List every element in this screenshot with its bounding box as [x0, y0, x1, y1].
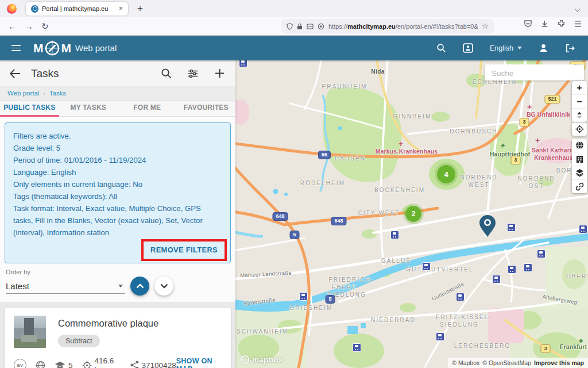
- station-icon: [436, 332, 444, 341]
- exact-value-badge: EV: [14, 359, 26, 368]
- buildings-button[interactable]: [572, 152, 587, 166]
- language-label: English: [490, 44, 513, 52]
- account-icon[interactable]: [539, 43, 548, 53]
- browser-tab-bar: Portal | mathcitymap.eu × +: [0, 0, 588, 17]
- search-icon[interactable]: [436, 43, 446, 53]
- breadcrumb-separator: ›: [43, 90, 45, 97]
- add-task-icon[interactable]: [214, 68, 225, 79]
- map-label-place: Frankfurt Cit: [560, 343, 588, 350]
- downloads-icon[interactable]: [540, 20, 549, 28]
- map-attribution: © Mapbox © OpenStreetMap Improve this ma…: [448, 358, 588, 368]
- extensions-icon[interactable]: [557, 20, 566, 28]
- task-title: Commemorative plaque: [58, 316, 158, 329]
- list-tabs-chevron-icon[interactable]: [574, 6, 580, 12]
- app-menu-icon[interactable]: [11, 43, 21, 53]
- map-label: GUTLEUTVIERTEL: [406, 266, 474, 273]
- logout-icon[interactable]: [565, 44, 575, 53]
- station-icon: [422, 262, 431, 271]
- tab-my-tasks[interactable]: MY TASKS: [59, 101, 118, 116]
- tab-public-tasks[interactable]: PUBLIC TASKS: [0, 101, 59, 116]
- zoom-controls: + −: [572, 81, 587, 122]
- new-tab-button[interactable]: +: [137, 3, 143, 14]
- station-icon: [524, 263, 532, 272]
- grade-value: 5: [68, 361, 73, 368]
- zoom-out-button[interactable]: −: [572, 95, 587, 109]
- share-link-button[interactable]: [572, 180, 587, 193]
- map-label: GINNHEIM: [393, 113, 432, 120]
- remove-filters-highlight: REMOVE FILTERS: [141, 239, 227, 261]
- inbox-icon[interactable]: [463, 43, 473, 53]
- globe-view-button[interactable]: [572, 139, 587, 152]
- remove-filters-button[interactable]: REMOVE FILTERS: [150, 246, 218, 254]
- tab-favourites[interactable]: FAVOURITES: [177, 101, 236, 116]
- sort-descending-button[interactable]: [154, 277, 173, 296]
- improve-map-link[interactable]: Improve this map: [534, 359, 584, 366]
- back-button[interactable]: ←: [8, 22, 17, 30]
- shield-icon[interactable]: [287, 23, 293, 30]
- attribution-osm[interactable]: © OpenStreetMap: [482, 359, 531, 366]
- map-label-hospital: Markus-Krankenhaus: [376, 148, 438, 155]
- selected-task-pin[interactable]: [479, 214, 496, 237]
- map-label: SCHWANHEIM: [237, 328, 288, 335]
- layers-button[interactable]: [572, 166, 587, 180]
- share-code: 37100428: [142, 361, 176, 368]
- road-badge: 648: [272, 212, 288, 221]
- screen: Portal | mathcitymap.eu × + ← → ↻ https:…: [0, 0, 588, 368]
- attribution-mapbox[interactable]: © Mapbox: [452, 359, 479, 366]
- tasks-toolbar: Tasks: [0, 60, 235, 86]
- lock-icon[interactable]: [297, 23, 303, 30]
- pocket-icon[interactable]: [524, 20, 532, 28]
- task-cluster-marker[interactable]: 2: [405, 206, 421, 222]
- tab-close-button[interactable]: ×: [119, 5, 123, 12]
- map-label: OST: [529, 183, 544, 189]
- task-thumbnail: [14, 316, 46, 348]
- permissions-icon[interactable]: [307, 23, 314, 30]
- url-bar[interactable]: https://mathcitymap.eu/en/portal-en/#!/t…: [281, 19, 494, 33]
- map-label-hospital: Krankenhaus: [534, 154, 573, 161]
- road-badge: 648: [331, 217, 346, 225]
- filter-line: Only elements in current language: No: [13, 178, 222, 190]
- mapbox-logo[interactable]: mapbox: [241, 355, 283, 364]
- tab-for-me[interactable]: FOR ME: [118, 101, 177, 116]
- hospital-cross-icon: +: [527, 103, 532, 111]
- map-search-box[interactable]: [485, 64, 584, 80]
- menu-icon[interactable]: [574, 20, 582, 28]
- language-selector[interactable]: English: [490, 44, 522, 52]
- app-header: M M Web portal English: [0, 36, 588, 60]
- brand-logo[interactable]: M M Web portal: [33, 40, 117, 57]
- reload-button[interactable]: ↻: [41, 22, 49, 30]
- map-canvas[interactable]: Nida PRAUNHEIM ECKENHEIM GINNHEIM DORNBU…: [235, 60, 588, 368]
- station-icon: [537, 250, 546, 258]
- url-text[interactable]: https://mathcitymap.eu/en/portal-en/#!/t…: [328, 23, 478, 30]
- station-icon: [353, 343, 361, 352]
- bookmark-star-icon[interactable]: ☆: [482, 22, 489, 30]
- firefox-logo-icon[interactable]: [7, 4, 17, 14]
- breadcrumb-current[interactable]: Tasks: [49, 90, 66, 97]
- station-icon: [456, 293, 465, 301]
- hospital-cross-icon: +: [399, 140, 403, 148]
- filter-line: Language: English: [13, 166, 222, 178]
- locate-me-button[interactable]: [572, 122, 587, 136]
- filter-line: Filters are active.: [13, 130, 222, 142]
- tilt-button[interactable]: [572, 109, 587, 122]
- filter-tune-icon[interactable]: [187, 68, 199, 79]
- road-badge: 3: [540, 344, 550, 353]
- map-search-input[interactable]: [490, 65, 579, 81]
- order-by-select[interactable]: Latest: [6, 278, 125, 294]
- back-arrow-icon[interactable]: [9, 68, 21, 79]
- task-card[interactable]: Commemorative plaque Subtract EV 5 416.6…: [5, 308, 231, 368]
- task-cluster-marker[interactable]: 4: [437, 165, 455, 183]
- filter-line: Task format: Interval, Exact value, Mult…: [13, 202, 222, 239]
- breadcrumb-root[interactable]: Web portal: [7, 90, 39, 97]
- browser-tab[interactable]: Portal | mathcitymap.eu ×: [26, 2, 128, 16]
- forward-button[interactable]: →: [25, 22, 33, 30]
- map-tools: [572, 139, 587, 193]
- location-permission-icon[interactable]: [318, 23, 324, 30]
- task-meta-row: EV 5 416.6 km 37100428 SHOW ON MAP: [14, 356, 222, 368]
- sort-ascending-button[interactable]: [130, 277, 149, 296]
- show-on-map-button[interactable]: SHOW ON MAP: [176, 357, 222, 368]
- park-tree-icon: ♣: [579, 338, 583, 344]
- search-tasks-icon[interactable]: [161, 68, 172, 79]
- map-label: SIEDLUNG: [440, 321, 479, 328]
- zoom-in-button[interactable]: +: [572, 81, 587, 95]
